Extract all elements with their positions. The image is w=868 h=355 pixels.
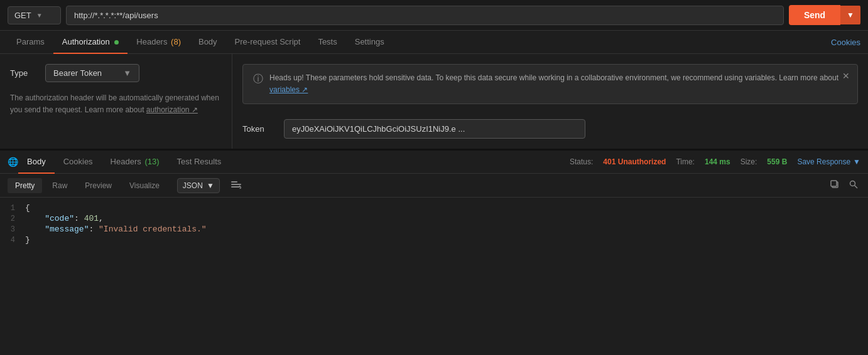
alert-text: Heads up! These parameters hold sensitiv… [269, 72, 847, 96]
request-tabs: Params Authorization Headers (8) Body Pr… [0, 31, 868, 54]
tab-params[interactable]: Params [8, 31, 53, 54]
time-value: 144 ms [705, 157, 730, 166]
code-line-2: 2 "code": 401, [0, 213, 868, 224]
save-response-button[interactable]: Save Response ▼ [797, 157, 860, 166]
format-select[interactable]: JSON ▼ [177, 178, 220, 193]
format-tab-visualize[interactable]: Visualize [122, 178, 167, 193]
code-line-4: 4 } [0, 235, 868, 245]
svg-rect-4 [831, 181, 837, 186]
code-view: 1 { 2 "code": 401, 3 "message": "Invalid… [0, 198, 868, 350]
format-tab-pretty[interactable]: Pretty [8, 178, 42, 193]
method-select[interactable]: GET ▼ [8, 6, 61, 24]
url-input[interactable] [66, 6, 784, 25]
status-label: Status: [570, 157, 593, 166]
response-status-group: Status: 401 Unauthorized Time: 144 ms Si… [570, 157, 860, 166]
request-auth-area: Type Bearer Token ▼ The authorization he… [0, 54, 868, 151]
resp-tab-headers[interactable]: Headers (13) [102, 151, 168, 174]
alert-banner: ⓘ Heads up! These parameters hold sensit… [242, 64, 858, 104]
type-select[interactable]: Bearer Token ▼ [45, 64, 139, 82]
search-button[interactable] [847, 178, 860, 193]
code-line-1: 1 { [0, 203, 868, 213]
response-section: 🌐 Body Cookies Headers (13) Test Results… [0, 151, 868, 350]
token-input[interactable] [284, 119, 585, 139]
send-arrow-button[interactable]: ▼ [840, 6, 860, 24]
variables-link[interactable]: variables ↗ [269, 85, 308, 94]
tab-body[interactable]: Body [190, 31, 226, 54]
type-label: Type [10, 68, 35, 78]
left-panel: Type Bearer Token ▼ The authorization he… [0, 54, 232, 149]
resp-tab-body[interactable]: Body [18, 151, 55, 174]
auth-link[interactable]: authorization ↗ [146, 105, 198, 114]
svg-line-6 [855, 186, 858, 189]
svg-point-5 [850, 181, 855, 186]
top-bar: GET ▼ Send ▼ [0, 0, 868, 31]
format-tab-raw[interactable]: Raw [45, 178, 75, 193]
info-icon: ⓘ [253, 73, 263, 86]
code-line-3: 3 "message": "Invalid credentials." [0, 224, 868, 235]
resp-tab-test-results[interactable]: Test Results [168, 151, 231, 174]
send-button[interactable]: Send [789, 5, 840, 25]
type-chevron-icon: ▼ [123, 68, 131, 78]
tab-tests[interactable]: Tests [309, 31, 345, 54]
svg-rect-1 [231, 184, 241, 185]
response-tabs-bar: 🌐 Body Cookies Headers (13) Test Results… [0, 151, 868, 174]
save-response-arrow-icon: ▼ [853, 157, 860, 166]
right-panel: ⓘ Heads up! These parameters hold sensit… [232, 54, 868, 149]
tab-pre-request-script[interactable]: Pre-request Script [226, 31, 310, 54]
auth-description: The authorization header will be automat… [10, 92, 222, 116]
format-select-chevron-icon: ▼ [207, 181, 214, 190]
tab-settings[interactable]: Settings [346, 31, 393, 54]
method-chevron-icon: ▼ [36, 12, 43, 19]
format-tabs-bar: Pretty Raw Preview Visualize JSON ▼ [0, 174, 868, 198]
cookies-link[interactable]: Cookies [831, 38, 860, 47]
time-label: Time: [676, 157, 695, 166]
svg-rect-0 [231, 181, 237, 183]
status-code: 401 Unauthorized [603, 157, 666, 166]
size-label: Size: [741, 157, 757, 166]
format-actions [828, 178, 860, 193]
size-value: 559 B [767, 157, 787, 166]
request-response-split: Type Bearer Token ▼ The authorization he… [0, 54, 868, 350]
svg-rect-2 [231, 186, 240, 188]
alert-close-button[interactable]: ✕ [842, 71, 850, 81]
resp-tab-cookies[interactable]: Cookies [55, 151, 102, 174]
globe-icon: 🌐 [8, 157, 18, 167]
format-tab-preview[interactable]: Preview [77, 178, 119, 193]
wrap-lines-button[interactable] [227, 178, 245, 193]
send-btn-group: Send ▼ [789, 5, 860, 25]
tab-authorization[interactable]: Authorization [53, 31, 128, 54]
copy-button[interactable] [828, 178, 842, 193]
type-row: Type Bearer Token ▼ [10, 64, 222, 82]
token-label: Token [242, 124, 274, 134]
method-label: GET [14, 11, 31, 20]
authorization-dot [114, 40, 119, 45]
type-value: Bearer Token [53, 68, 102, 78]
tab-headers[interactable]: Headers (8) [127, 31, 190, 54]
token-row: Token [242, 119, 858, 139]
